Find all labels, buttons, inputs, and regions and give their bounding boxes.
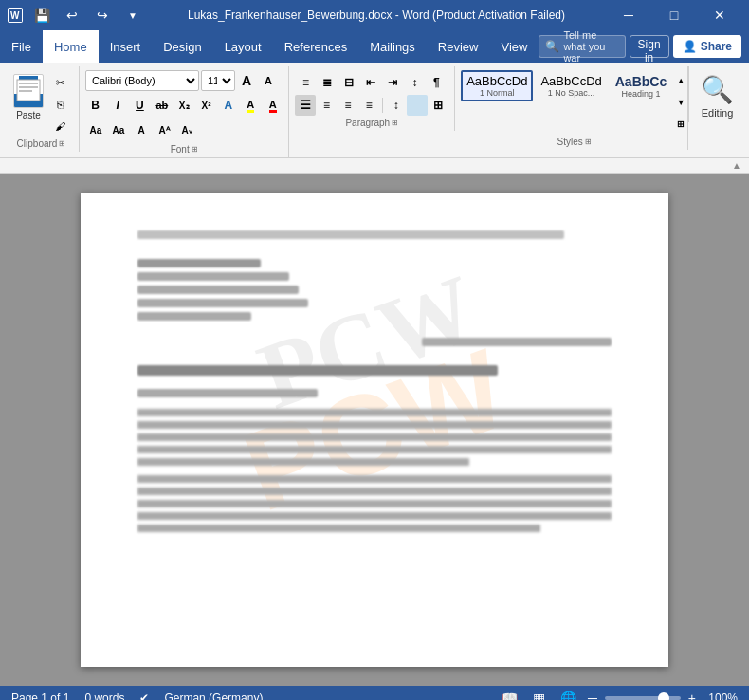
paste-icon (13, 74, 44, 108)
salutation-line (137, 389, 318, 397)
shading-button[interactable] (407, 95, 427, 116)
numbering-button[interactable]: ≣ (317, 72, 338, 93)
page[interactable]: PCW PCW (81, 193, 668, 667)
align-center-button[interactable]: ≡ (317, 95, 337, 116)
zoom-level[interactable]: 100% (703, 691, 738, 700)
quick-access-toolbar[interactable]: 💾 ↩ ↪ ▼ (28, 2, 146, 28)
minimize-button[interactable]: ─ (607, 0, 650, 30)
styles-expand-icon[interactable]: ⊞ (585, 138, 592, 146)
undo-button[interactable]: ↩ (59, 2, 85, 28)
increase-indent-button[interactable]: ⇥ (382, 72, 403, 93)
menu-insert[interactable]: Insert (99, 30, 153, 63)
style-normal[interactable]: AaBbCcDd 1 Normal (461, 70, 533, 101)
zoom-minus[interactable]: ─ (588, 691, 597, 700)
styles-expand[interactable]: ⊞ (674, 114, 687, 135)
menu-design[interactable]: Design (152, 30, 212, 63)
multilevel-list-button[interactable]: ⊟ (338, 72, 359, 93)
title-bar-left: W 💾 ↩ ↪ ▼ (8, 2, 146, 28)
document-content[interactable] (137, 230, 612, 532)
increase-font-size-button[interactable]: A (236, 70, 257, 91)
underline-button[interactable]: U (130, 95, 150, 116)
subscript-button[interactable]: X₂ (174, 95, 194, 116)
print-layout-button[interactable]: ▦ (529, 689, 549, 700)
redo-button[interactable]: ↪ (89, 2, 116, 28)
style-no-spacing[interactable]: AaBbCcDd 1 No Spac... (535, 70, 607, 101)
search-icon: 🔍 (545, 40, 559, 53)
menu-home[interactable]: Home (43, 30, 99, 63)
justify-button[interactable]: ≡ (359, 95, 379, 116)
menu-bar: File Home Insert Design Layout Reference… (0, 30, 749, 63)
italic-button[interactable]: I (107, 95, 127, 116)
styles-scroll-down[interactable]: ▼ (674, 92, 687, 113)
styles-scroll-up[interactable]: ▲ (674, 70, 687, 91)
zoom-slider[interactable] (605, 696, 681, 700)
share-button[interactable]: 👤 Share (673, 35, 741, 58)
ribbon-clipboard-group: Paste ✂ ⎘ 🖌 Clipboard ⊞ (4, 66, 80, 152)
style-no-spacing-preview: AaBbCcDd (540, 74, 601, 88)
menu-mailings[interactable]: Mailings (358, 30, 427, 63)
style-normal-label: 1 Normal (466, 88, 527, 98)
superscript-button[interactable]: X² (196, 95, 216, 116)
bold-button[interactable]: B (85, 95, 105, 116)
align-right-button[interactable]: ≡ (338, 95, 357, 116)
menu-layout[interactable]: Layout (213, 30, 273, 63)
style-heading1[interactable]: AaBbCc Heading 1 (610, 70, 672, 102)
clear-formatting-button[interactable]: Aa (85, 120, 106, 140)
font-expand-icon[interactable]: ⊞ (192, 145, 198, 154)
shrink-font-button[interactable]: Aᵥ (176, 120, 197, 140)
font-name-select[interactable]: Calibri (Body) (85, 70, 199, 91)
clipboard-tools: Paste ✂ ⎘ 🖌 (9, 70, 73, 137)
window-title: Lukas_Frankenhauser_Bewerbung.docx - Wor… (146, 9, 607, 22)
ribbon: Paste ✂ ⎘ 🖌 Clipboard ⊞ Calibri (Body) (0, 63, 749, 158)
sort-button[interactable]: ↕ (404, 72, 425, 93)
svg-text:W: W (10, 10, 20, 21)
body-line-10 (137, 525, 540, 532)
salutation (137, 389, 612, 397)
web-layout-button[interactable]: 🌐 (557, 689, 580, 700)
borders-button[interactable]: ⊞ (429, 95, 448, 116)
copy-button[interactable]: ⎘ (49, 94, 70, 115)
show-formatting-button[interactable]: ¶ (426, 72, 447, 93)
close-button[interactable]: ✕ (698, 0, 741, 30)
ribbon-paragraph-group: ≡ ≣ ⊟ ⇤ ⇥ ↕ ¶ ☰ ≡ ≡ ≡ ↕ ⊞ Paragraph ⊞ (289, 66, 455, 131)
ribbon-editing-group: 🔍 Editing (688, 66, 745, 122)
align-left-button[interactable]: ☰ (295, 95, 315, 116)
font-color-button[interactable]: A (263, 95, 283, 116)
clipboard-expand-icon[interactable]: ⊞ (59, 139, 65, 148)
restore-button[interactable]: □ (652, 0, 696, 30)
menu-references[interactable]: References (273, 30, 358, 63)
cut-button[interactable]: ✂ (49, 72, 70, 93)
menu-file[interactable]: File (0, 30, 43, 63)
zoom-plus[interactable]: + (688, 691, 696, 700)
language[interactable]: German (Germany) (164, 691, 263, 700)
font-label: Font ⊞ (85, 142, 283, 157)
sign-in-button[interactable]: Sign in (630, 35, 669, 58)
spell-check-icon[interactable]: ✔ (139, 691, 149, 700)
save-button[interactable]: 💾 (28, 2, 55, 28)
svg-rect-2 (19, 76, 38, 80)
bullets-button[interactable]: ≡ (295, 72, 316, 93)
customize-quick-access[interactable]: ▼ (119, 2, 146, 28)
grow-font-button[interactable]: Aᴬ (154, 120, 174, 140)
decrease-font-size-button[interactable]: A (258, 70, 279, 91)
search-box[interactable]: 🔍 Tell me what you war (539, 35, 625, 58)
read-view-button[interactable]: 📖 (498, 689, 521, 700)
menu-view[interactable]: View (489, 30, 539, 63)
paragraph-expand-icon[interactable]: ⊞ (392, 119, 398, 127)
ribbon-collapse-button[interactable]: ▲ (732, 160, 741, 171)
page-count: Page 1 of 1 (11, 691, 69, 700)
strikethrough-button[interactable]: ab (152, 95, 172, 116)
font-size-select[interactable]: 11 (201, 70, 235, 91)
subject-line (137, 365, 612, 376)
paste-button[interactable]: Paste (9, 72, 47, 122)
decrease-indent-button[interactable]: ⇤ (360, 72, 381, 93)
menu-review[interactable]: Review (427, 30, 490, 63)
format-painter-button[interactable]: 🖌 (49, 116, 70, 137)
status-right: 📖 ▦ 🌐 ─ + 100% (498, 689, 738, 700)
small-caps-button[interactable]: A (131, 120, 152, 140)
text-effects-button[interactable]: A (218, 95, 238, 116)
change-case-button[interactable]: Aa (108, 120, 129, 140)
highlight-color-button[interactable]: A (241, 95, 261, 116)
line-spacing-button[interactable]: ↕ (386, 95, 406, 116)
style-heading1-preview: AaBbCc (615, 74, 667, 89)
